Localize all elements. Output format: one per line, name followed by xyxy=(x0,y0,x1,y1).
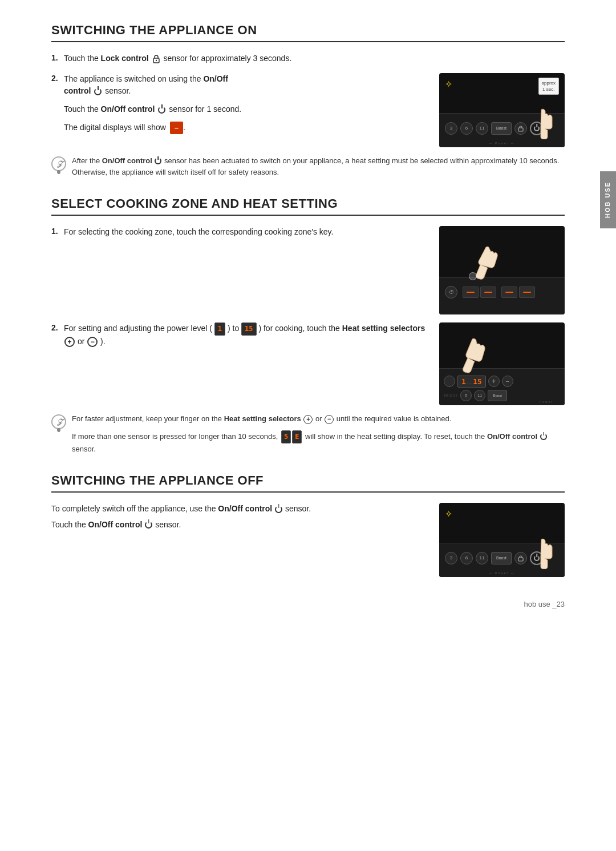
step-2-text-block: The appliance is switched on using the O… xyxy=(64,73,429,134)
off-btn-6: 6 xyxy=(460,552,473,564)
switch-off-p1: To completely switch off the appliance, … xyxy=(51,503,429,515)
power-sym-off2 xyxy=(145,521,152,529)
word-to: to xyxy=(233,324,240,333)
hs-plus-btn: + xyxy=(488,376,500,387)
off-btn-lock xyxy=(514,552,527,564)
approx-label: approx1 sec. xyxy=(538,78,559,95)
bridge-label: BRIDGE xyxy=(444,394,458,397)
hs-minus-display: − xyxy=(502,376,513,387)
power-label-1: — Power — xyxy=(489,142,515,145)
power-sym-1 xyxy=(94,88,102,95)
cz-display-2 xyxy=(480,287,496,298)
note-icon-1: 𝒵 xyxy=(51,156,66,171)
step-1-cooking-zone: 1. For selecting the cooking zone, touch… xyxy=(51,226,565,314)
off-btn-3: 3 xyxy=(445,552,457,564)
hob-btn-6: 6 xyxy=(460,122,473,135)
circle-minus: − xyxy=(87,337,98,347)
note-icon-2: 𝒵 xyxy=(51,414,66,429)
switch-off-with-image: To completely switch off the appliance, … xyxy=(51,503,565,577)
seg-display-1: 1 xyxy=(214,322,225,336)
cz-clock-btn: ⏱ xyxy=(445,286,457,299)
sun-icon-hob1: ✧ xyxy=(445,79,452,90)
section-heading-switching-off: SWITCHING THE APPLIANCE OFF xyxy=(51,473,565,493)
circle-plus: + xyxy=(64,337,75,347)
step-2-content: The appliance is switched on using the O… xyxy=(64,73,565,147)
switch-off-text: To completely switch off the appliance, … xyxy=(51,503,429,531)
hand-icon-2 xyxy=(473,246,505,283)
switch-off-p2: Touch the On/Off control sensor. xyxy=(51,519,429,531)
hs-btn-boost: Boost xyxy=(488,390,507,401)
cz-step-1-paragraph: For selecting the cooking zone, touch th… xyxy=(64,226,429,239)
hs-main-display: 1 ... 15 xyxy=(457,376,486,388)
footer-text: hob use _23 xyxy=(524,600,565,608)
cz-step-1-text: For selecting the cooking zone, touch th… xyxy=(64,226,429,239)
section-switching-off: SWITCHING THE APPLIANCE OFF To completel… xyxy=(51,473,565,577)
cz-display-1 xyxy=(463,287,479,298)
hs-step-number-2: 2. xyxy=(51,322,64,332)
hob-image-heat-setting: 1 ... 15 + − BRIDGE 6 11 xyxy=(439,322,565,405)
step-2-switch-on: 2. The appliance is switched on using th… xyxy=(51,73,565,147)
note-1-paragraph: After the On/Off control sensor has been… xyxy=(72,155,565,178)
note-box-2: 𝒵 For faster adjustment, keep your finge… xyxy=(51,413,565,455)
cz-step-1-with-image: For selecting the cooking zone, touch th… xyxy=(64,226,565,314)
hob-image-switch-off: ✧ 3 6 11 Boost xyxy=(439,503,565,577)
cz-display-4 xyxy=(519,287,535,298)
section-heading-switching-on: SWITCHING THE APPLIANCE ON xyxy=(51,23,565,42)
cz-step-1-content: For selecting the cooking zone, touch th… xyxy=(64,226,565,314)
lock-inline-icon xyxy=(151,54,164,63)
hand-icon-1 xyxy=(528,106,557,139)
step-2-with-image: The appliance is switched on using the O… xyxy=(64,73,565,147)
se-display: 5 E xyxy=(281,430,302,443)
cz-step-number-1: 1. xyxy=(51,226,64,236)
hand-icon-4 xyxy=(528,536,557,569)
hob-image-cooking-zone: ⏱ xyxy=(439,226,565,314)
hs-step-2-with-image: For setting and adjusting the power leve… xyxy=(64,322,565,405)
power-sym-note xyxy=(155,158,161,164)
hob-btn-lock-1 xyxy=(514,122,527,135)
hand-icon-3 xyxy=(456,337,491,377)
hs-step-2-text: For setting and adjusting the power leve… xyxy=(64,322,429,348)
cz-display-3 xyxy=(501,287,517,298)
seg-display-15: 15 xyxy=(241,322,256,336)
step-number-1: 1. xyxy=(51,53,64,62)
hob-btn-11: 11 xyxy=(476,122,488,135)
sun-icon-off: ✧ xyxy=(445,509,452,519)
hs-btn-circle xyxy=(444,376,455,387)
step-1-content: Touch the Lock control sensor for approx… xyxy=(64,53,565,65)
power-label-4: — Power — xyxy=(489,571,515,575)
power-label-3: Power xyxy=(540,400,553,404)
off-btn-11: 11 xyxy=(476,552,488,564)
note-2-p2: If more than one sensor is pressed for l… xyxy=(72,430,565,455)
page-footer: hob use _23 xyxy=(51,595,565,608)
step-1-switch-on: 1. Touch the Lock control sensor for app… xyxy=(51,53,565,65)
step-2-sub1: Touch the On/Off control sensor for 1 se… xyxy=(64,103,429,116)
step-number-2: 2. xyxy=(51,73,64,83)
hs-btn-6: 6 xyxy=(460,390,472,401)
hs-step-2-content: For setting and adjusting the power leve… xyxy=(64,322,565,405)
hob-btn-boost-1: Boost xyxy=(491,122,512,135)
svg-rect-3 xyxy=(518,558,523,561)
circle-plus-note: + xyxy=(303,415,313,424)
step-2-sub2: The digital displays will show –. xyxy=(64,122,429,134)
hob-image-switch-on: approx1 sec. ✧ 3 6 11 Boost xyxy=(439,73,565,147)
step-2-main-text: The appliance is switched on using the O… xyxy=(64,73,429,98)
note-1-text: After the On/Off control sensor has been… xyxy=(72,155,565,178)
power-sym-off1 xyxy=(275,506,282,513)
section-switching-on: SWITCHING THE APPLIANCE ON 1. Touch the … xyxy=(51,23,565,178)
note-2-text: For faster adjustment, keep your finger … xyxy=(72,413,565,455)
step-2-heat-setting: 2. For setting and adjusting the power l… xyxy=(51,322,565,405)
section-heading-cooking-zone: SELECT COOKING ZONE AND HEAT SETTING xyxy=(51,196,565,216)
power-sym-note2 xyxy=(540,433,547,440)
lock-control-label: Lock control xyxy=(101,54,149,63)
hs-step-2-paragraph: For setting and adjusting the power leve… xyxy=(64,322,429,348)
note-box-1: 𝒵 After the On/Off control sensor has be… xyxy=(51,155,565,178)
minus-display: – xyxy=(170,122,183,134)
svg-rect-2 xyxy=(518,128,523,131)
note-2-p1: For faster adjustment, keep your finger … xyxy=(72,413,565,425)
side-tab-label: HOB USE xyxy=(600,171,616,228)
power-sym-2 xyxy=(158,106,165,114)
section-cooking-zone: SELECT COOKING ZONE AND HEAT SETTING 1. … xyxy=(51,196,565,455)
svg-point-1 xyxy=(155,60,156,61)
page-container: SWITCHING THE APPLIANCE ON 1. Touch the … xyxy=(17,0,599,631)
circle-minus-note: − xyxy=(325,415,334,424)
